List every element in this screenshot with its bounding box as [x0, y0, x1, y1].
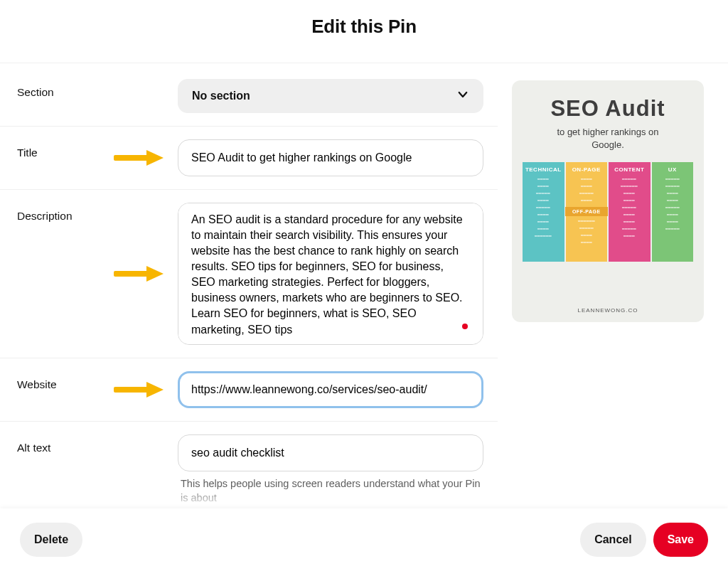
label-alt-text: Alt text — [0, 434, 178, 454]
cancel-button[interactable]: Cancel — [580, 523, 646, 557]
row-website: Website — [0, 358, 498, 422]
preview-col-header: CONTENT — [609, 166, 651, 173]
label-description: Description — [0, 203, 178, 223]
label-section: Section — [0, 79, 178, 99]
label-alt-text-text: Alt text — [17, 442, 50, 454]
annotation-arrow-icon — [114, 382, 164, 397]
overflow-indicator-icon — [462, 324, 468, 329]
chevron-down-icon — [456, 88, 469, 104]
preview-col-ux: UX ━━━━━━━━━━━━━━ ━━━━━━━━━━━━━ ━━━━━━━━… — [652, 162, 694, 262]
preview-col-on-page: ON-PAGE ━━━━━━━━━━━━━━━━━ OFF-PAGE ━━━━━… — [566, 162, 608, 262]
preview-off-page-header: OFF-PAGE — [565, 207, 609, 216]
pin-preview: SEO Audit to get higher rankings on Goog… — [512, 80, 704, 322]
label-website: Website — [0, 371, 178, 391]
row-description: Description — [0, 190, 498, 358]
form-panel: Section No section Title — [0, 63, 498, 508]
alt-text-input[interactable] — [178, 434, 483, 471]
section-select[interactable]: No section — [178, 79, 483, 113]
dialog-body: Section No section Title — [0, 63, 728, 508]
svg-rect-2 — [114, 271, 148, 277]
svg-marker-5 — [146, 382, 164, 397]
description-textarea[interactable] — [178, 203, 483, 345]
label-website-text: Website — [17, 378, 57, 390]
website-input[interactable] — [178, 371, 483, 408]
preview-title: SEO Audit — [512, 96, 704, 122]
svg-marker-3 — [146, 266, 164, 282]
row-section: Section No section — [0, 63, 498, 127]
annotation-arrow-icon — [114, 150, 164, 166]
svg-rect-0 — [114, 155, 148, 161]
alt-text-helper: This helps people using screen readers u… — [178, 477, 483, 505]
preview-subtitle: to get higher rankings on Google. — [540, 126, 675, 151]
section-select-value: No section — [192, 90, 250, 102]
label-section-text: Section — [17, 86, 54, 98]
label-title: Title — [0, 139, 178, 159]
preview-col-header: TECHNICAL — [523, 166, 564, 173]
preview-col-content: CONTENT ━━━━━━━━━━━━━━━ ━━━━━━━━━━━━━ ━━… — [609, 162, 651, 262]
label-description-text: Description — [17, 210, 73, 222]
dialog-footer: Delete Cancel Save — [0, 508, 728, 571]
title-input[interactable] — [178, 139, 483, 176]
dialog-title: Edit this Pin — [0, 16, 728, 38]
dialog-header: Edit this Pin — [0, 0, 728, 58]
delete-button[interactable]: Delete — [20, 523, 82, 557]
save-button[interactable]: Save — [653, 523, 708, 557]
row-title: Title — [0, 127, 498, 190]
label-title-text: Title — [17, 146, 38, 159]
svg-marker-1 — [146, 150, 164, 166]
preview-columns: TECHNICAL ━━━━━━━━━━━━━ ━━━━━━━━━━━━━ ━━… — [522, 162, 694, 262]
preview-col-technical: TECHNICAL ━━━━━━━━━━━━━ ━━━━━━━━━━━━━ ━━… — [523, 162, 564, 262]
preview-col-header: ON-PAGE — [566, 166, 608, 173]
preview-brand: LEANNEWONG.CO — [512, 307, 704, 314]
preview-col-header: UX — [652, 166, 694, 173]
svg-rect-4 — [114, 387, 148, 393]
annotation-arrow-icon — [114, 266, 164, 282]
row-alt-text: Alt text This helps people using screen … — [0, 422, 498, 508]
